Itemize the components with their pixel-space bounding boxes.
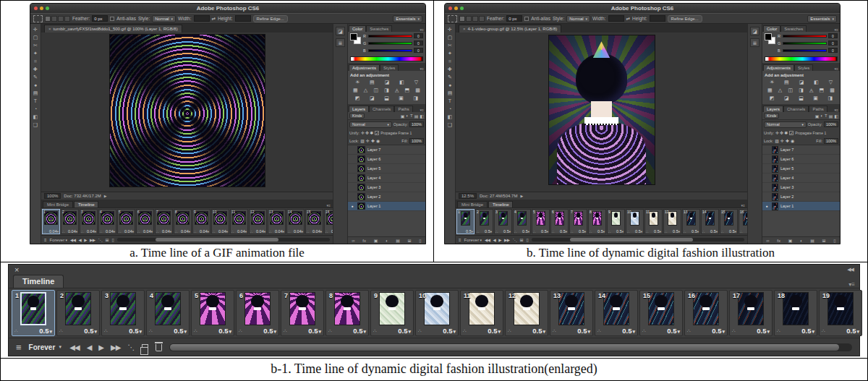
zoom-level[interactable]: 100%: [44, 193, 61, 199]
timeline-frame[interactable]: 5 ∴ 0.5: [532, 209, 550, 234]
tab-timeline-enlarged[interactable]: Timeline: [13, 275, 64, 288]
tween-icon[interactable]: ⋱: [98, 237, 103, 242]
frame-delay[interactable]: 0.04: [68, 229, 77, 234]
tool-icon[interactable]: ❑: [448, 121, 452, 129]
timeline-frame[interactable]: 11 ∴ 0.04: [230, 209, 248, 234]
selection-mode-icons[interactable]: [459, 16, 485, 22]
timeline-frame[interactable]: 15 ∴ 0.04: [305, 209, 323, 234]
layer-panel-button-icon[interactable]: ▯: [833, 238, 835, 243]
delete-frame-icon[interactable]: ▯: [112, 237, 114, 242]
tab-channels[interactable]: Channels: [369, 106, 394, 112]
frame-delay[interactable]: 0.04: [218, 229, 228, 234]
tool-icon[interactable]: ✎: [33, 73, 38, 81]
frame-delay[interactable]: 0.5: [522, 229, 529, 234]
timeline-frame[interactable]: 8 ∴ 0.5: [326, 290, 369, 336]
tool-icon[interactable]: ✦: [448, 49, 452, 57]
layer-row[interactable]: Layer 5: [348, 164, 425, 174]
style-dropdown[interactable]: Normal: [152, 15, 176, 22]
adjustment-icon[interactable]: ◩: [770, 95, 775, 101]
play-button[interactable]: ▶: [98, 343, 103, 351]
frame-delay[interactable]: 0.5: [597, 229, 605, 234]
tab-channels[interactable]: Channels: [783, 106, 809, 112]
frame-delay[interactable]: 0.5: [308, 327, 321, 335]
first-frame-button[interactable]: ◀◀: [70, 238, 75, 242]
timeline-frame[interactable]: 15 ∴ 0.5: [720, 209, 738, 234]
zoom-window-button[interactable]: [46, 7, 49, 10]
frame-delay[interactable]: 0.04: [200, 229, 209, 234]
channel-value[interactable]: 0: [414, 33, 423, 38]
layer-row[interactable]: Layer 7: [348, 145, 425, 155]
frame-delay[interactable]: 0.04: [143, 229, 153, 234]
status-flyout-icon[interactable]: ▶: [520, 194, 523, 198]
adjustment-icon[interactable]: ☀: [355, 79, 359, 85]
layer-filter-icon[interactable]: ◧: [834, 114, 838, 119]
convert-timeline-icon[interactable]: ≡: [44, 238, 47, 242]
tool-icon[interactable]: ✎: [448, 73, 452, 81]
layer-row[interactable]: Layer 5: [762, 164, 840, 174]
tool-icon[interactable]: ✦: [33, 49, 38, 57]
adjustment-icon[interactable]: ◪: [784, 95, 789, 101]
timeline-frame[interactable]: 1 ∴ 0.04: [42, 209, 60, 234]
tab-paths[interactable]: Paths: [394, 106, 412, 112]
zoom-window-button[interactable]: [460, 7, 464, 10]
antialias-checkbox[interactable]: [524, 17, 529, 21]
adjustment-icon[interactable]: ◩: [355, 95, 360, 101]
tab-mini-bridge[interactable]: Mini Bridge: [457, 201, 488, 207]
timeline-frame[interactable]: 4 ∴ 0.5: [146, 290, 190, 336]
frame-delay[interactable]: 0.5: [466, 229, 473, 234]
frame-delay[interactable]: 0.04: [256, 229, 265, 234]
timeline-frame[interactable]: 3 ∴ 0.5: [494, 209, 512, 234]
frame-delay[interactable]: 0.5: [39, 327, 52, 335]
history-panel-icon[interactable]: ◪: [336, 27, 345, 35]
width-input[interactable]: [608, 15, 624, 22]
canvas-b[interactable]: [456, 33, 747, 192]
timeline-frame[interactable]: 16 ∴ 0.5: [684, 290, 728, 336]
channel-value[interactable]: 0: [414, 40, 423, 46]
loop-dropdown[interactable]: Forever: [29, 343, 63, 351]
channel-value[interactable]: 0: [828, 40, 838, 46]
tab-color[interactable]: Color: [763, 25, 780, 32]
timeline-frame[interactable]: 13 ∴ 0.5: [550, 290, 593, 336]
frame-delay[interactable]: 0.04: [312, 229, 322, 234]
tab-adjustments[interactable]: Adjustments: [763, 64, 794, 71]
timeline-frame[interactable]: 6 ∴ 0.5: [236, 290, 279, 336]
layer-filter-icon[interactable]: ▤: [414, 114, 419, 119]
tool-icon[interactable]: ●: [34, 81, 37, 89]
tool-icon[interactable]: ▤: [448, 89, 453, 97]
tool-icon[interactable]: ◧: [448, 113, 453, 121]
timeline-frame[interactable]: 5 ∴ 0.5: [191, 290, 234, 336]
lock-icon[interactable]: ◉: [376, 138, 380, 143]
tool-preset-icon[interactable]: [448, 15, 457, 22]
tween-icon[interactable]: ⋱: [513, 237, 517, 242]
adjustment-icon[interactable]: ▽: [829, 79, 833, 85]
adjustment-icon[interactable]: ◪: [370, 95, 375, 101]
timeline-frame[interactable]: 16 ∴ 0.04: [324, 209, 333, 234]
channel-value[interactable]: 0: [414, 48, 423, 53]
tool-icon[interactable]: ◔: [448, 105, 451, 113]
antialias-checkbox[interactable]: [110, 17, 114, 21]
adjustment-icon[interactable]: ▩: [415, 87, 420, 93]
tool-icon[interactable]: ●: [448, 81, 451, 89]
layer-panel-button-icon[interactable]: ◐: [386, 239, 388, 243]
layer-panel-button-icon[interactable]: ∞: [766, 239, 769, 243]
unify-icon[interactable]: ✱: [784, 130, 788, 135]
unify-icon[interactable]: ✱: [370, 130, 373, 135]
tool-icon[interactable]: ▤: [33, 89, 38, 97]
layer-row[interactable]: Layer 3: [762, 183, 840, 192]
tool-icon[interactable]: ✛: [448, 25, 452, 33]
frame-delay[interactable]: 0.5: [84, 327, 97, 335]
layer-panel-button-icon[interactable]: ▤: [396, 238, 400, 243]
frame-delay[interactable]: 0.5: [673, 229, 680, 234]
layer-row[interactable]: Layer 2: [348, 192, 425, 202]
timeline-frame[interactable]: 7 ∴ 0.5: [281, 290, 324, 336]
first-frame-button[interactable]: ◀◀: [485, 238, 490, 242]
refine-edge-button[interactable]: Refine Edge...: [253, 15, 288, 22]
layer-row[interactable]: ● Layer 1: [762, 202, 840, 211]
timeline-frame[interactable]: 18 ∴ 0.5: [774, 290, 817, 336]
layer-row[interactable]: Layer 6: [762, 155, 840, 164]
frame-delay[interactable]: 0.04: [106, 229, 115, 234]
adjustment-icon[interactable]: ◨: [384, 87, 389, 93]
tool-icon[interactable]: ❑: [33, 121, 38, 129]
layer-panel-button-icon[interactable]: ▣: [788, 238, 793, 243]
titlebar-a[interactable]: Adobe Photoshop CS6: [30, 4, 425, 13]
